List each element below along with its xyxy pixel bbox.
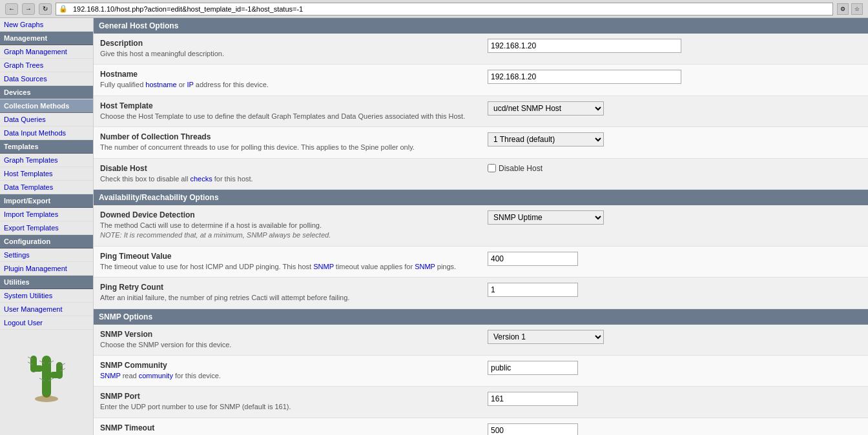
snmp-timeout-row: SNMP Timeout The maximum number of milli… <box>94 418 868 435</box>
sidebar-item-new-graphs[interactable]: New Graphs <box>0 18 93 32</box>
sidebar-section-templates: Templates <box>0 140 93 154</box>
svg-point-13 <box>35 396 58 402</box>
snmp-community-label: SNMP Community <box>100 361 488 370</box>
sidebar-item-logout[interactable]: Logout User <box>0 316 93 330</box>
sidebar-item-plugin-management[interactable]: Plugin Management <box>0 262 93 276</box>
hostname-label: Hostname <box>100 70 488 79</box>
refresh-button[interactable]: ↻ <box>39 3 52 15</box>
sidebar-item-system-utilities[interactable]: System Utilities <box>0 289 93 303</box>
sidebar-section-management: Management <box>0 32 93 45</box>
snmp-version-desc: Choose the SNMP version for this device. <box>100 340 488 350</box>
snmp-version-label: SNMP Version <box>100 330 488 339</box>
snmp-timeout-input[interactable] <box>488 423 578 435</box>
back-button[interactable]: ← <box>5 3 18 15</box>
collection-threads-row: Number of Collection Threads The number … <box>94 127 868 158</box>
bookmark-icon[interactable]: ☆ <box>851 3 863 15</box>
disable-host-checkbox-label[interactable]: Disable Host <box>488 164 542 173</box>
snmp-port-desc: Enter the UDP port number to use for SNM… <box>100 402 488 412</box>
sidebar-section-collection-methods: Collection Methods <box>0 99 93 113</box>
snmp-port-input[interactable] <box>488 392 578 406</box>
host-template-label: Host Template <box>100 101 488 110</box>
host-template-desc: Choose the Host Template to use to defin… <box>100 112 488 121</box>
host-template-row: Host Template Choose the Host Template t… <box>94 96 868 127</box>
sidebar-item-graph-templates[interactable]: Graph Templates <box>0 154 93 167</box>
sidebar-item-graph-trees[interactable]: Graph Trees <box>0 59 93 72</box>
snmp-community-desc: SNMP read community for this device. <box>100 371 488 381</box>
ping-timeout-input[interactable] <box>488 252 578 266</box>
sidebar-item-host-templates[interactable]: Host Templates <box>0 167 93 181</box>
sidebar-item-data-input-methods[interactable]: Data Input Methods <box>0 126 93 140</box>
snmp-version-select[interactable]: Version 1 Version 2 Version 3 <box>488 330 604 344</box>
section-snmp-header: SNMP Options <box>94 309 868 325</box>
ping-retry-label: Ping Retry Count <box>100 283 488 292</box>
sidebar-item-settings[interactable]: Settings <box>0 248 93 262</box>
disable-host-label: Disable Host <box>100 164 488 173</box>
forward-button[interactable]: → <box>22 3 35 15</box>
cactus-logo <box>0 330 93 420</box>
ping-retry-desc: After an initial failure, the number of … <box>100 293 488 303</box>
ping-timeout-label: Ping Timeout Value <box>100 252 488 261</box>
hostname-input[interactable] <box>488 70 681 84</box>
sidebar-item-data-queries[interactable]: Data Queries <box>0 113 93 126</box>
downed-detection-label: Downed Device Detection <box>100 210 488 219</box>
hostname-row: Hostname Fully qualified hostname or IP … <box>94 65 868 96</box>
disable-host-checkbox-text: Disable Host <box>499 164 542 173</box>
main-content: General Host Options Description Give th… <box>94 18 868 435</box>
snmp-version-row: SNMP Version Choose the SNMP version for… <box>94 325 868 356</box>
collection-threads-desc: The number of concurrent threads to use … <box>100 143 488 152</box>
sidebar-item-user-management[interactable]: User Management <box>0 303 93 316</box>
snmp-port-row: SNMP Port Enter the UDP port number to u… <box>94 387 868 418</box>
browser-bar: ← → ↻ 🔒 ⚙ ☆ <box>0 0 868 18</box>
sidebar-item-data-templates[interactable]: Data Templates <box>0 181 93 194</box>
snmp-community-row: SNMP Community SNMP read community for t… <box>94 356 868 387</box>
description-input[interactable] <box>488 39 681 53</box>
snmp-timeout-label: SNMP Timeout <box>100 423 488 432</box>
svg-rect-0 <box>42 356 51 398</box>
downed-detection-select[interactable]: SNMP Uptime None ICMP Ping UDP Ping <box>488 210 604 225</box>
description-label: Description <box>100 39 488 48</box>
snmp-port-label: SNMP Port <box>100 392 488 401</box>
downed-detection-row: Downed Device Detection The method Cacti… <box>94 205 868 247</box>
section-general-header: General Host Options <box>94 18 868 34</box>
sidebar-section-utilities: Utilities <box>0 276 93 289</box>
ping-retry-row: Ping Retry Count After an initial failur… <box>94 278 868 309</box>
collection-threads-select[interactable]: 1 Thread (default) 2 Threads 4 Threads <box>488 132 604 147</box>
sidebar-section-configuration: Configuration <box>0 235 93 248</box>
sidebar: New Graphs Management Graph Management G… <box>0 18 94 435</box>
collection-threads-label: Number of Collection Threads <box>100 132 488 141</box>
address-bar[interactable] <box>70 3 830 15</box>
sidebar-section-import-export: Import/Export <box>0 194 93 208</box>
sidebar-item-data-sources[interactable]: Data Sources <box>0 72 93 86</box>
ping-timeout-row: Ping Timeout Value The timeout value to … <box>94 247 868 278</box>
section-availability-header: Availability/Reachability Options <box>94 190 868 205</box>
sidebar-item-graph-management[interactable]: Graph Management <box>0 45 93 59</box>
ping-timeout-desc: The timeout value to use for host ICMP a… <box>100 262 488 272</box>
disable-host-row: Disable Host Check this box to disable a… <box>94 159 868 190</box>
sidebar-item-devices[interactable]: Devices <box>0 86 93 99</box>
description-desc: Give this host a meaningful description. <box>100 49 488 59</box>
ping-retry-input[interactable] <box>488 283 578 297</box>
snmp-community-input[interactable] <box>488 361 578 375</box>
disable-host-checkbox[interactable] <box>488 164 496 172</box>
settings-icon[interactable]: ⚙ <box>837 3 849 15</box>
host-template-select[interactable]: ucd/net SNMP Host None Linux Host Window… <box>488 101 604 116</box>
description-row: Description Give this host a meaningful … <box>94 34 868 65</box>
downed-detection-desc: The method Cacti will use to determine i… <box>100 221 488 241</box>
disable-host-desc: Check this box to disable all checks for… <box>100 174 488 184</box>
sidebar-item-import-templates[interactable]: Import Templates <box>0 208 93 221</box>
sidebar-item-export-templates[interactable]: Export Templates <box>0 221 93 235</box>
hostname-desc: Fully qualified hostname or IP address f… <box>100 80 488 90</box>
